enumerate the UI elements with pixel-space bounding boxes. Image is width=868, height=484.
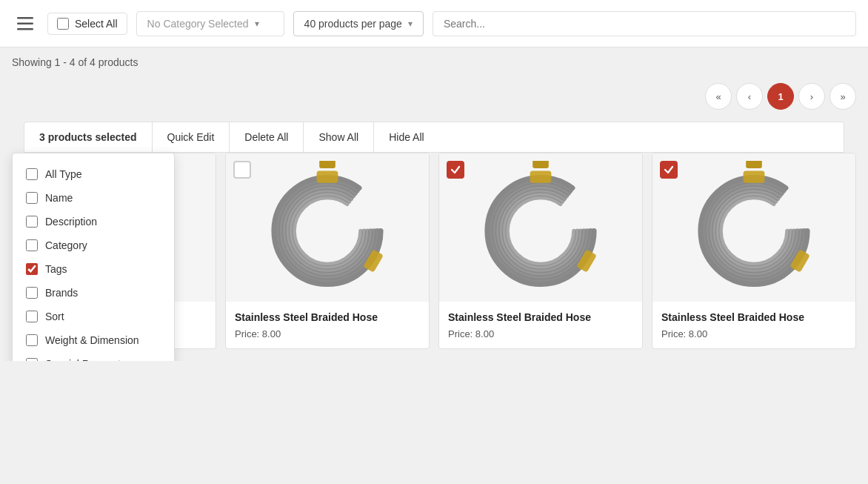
svg-point-27 bbox=[501, 191, 581, 271]
show-all-button[interactable]: Show All bbox=[304, 122, 374, 152]
selection-bar: 3 products selected Quick Edit Delete Al… bbox=[24, 122, 844, 153]
per-page-dropdown[interactable]: 40 products per page ▾ bbox=[293, 11, 424, 36]
product-card: Stainless Steel Braided Hose Price: 8.00 bbox=[652, 153, 856, 349]
menu-icon[interactable] bbox=[12, 10, 39, 37]
pagination-next[interactable]: › bbox=[798, 83, 825, 110]
category-dropdown[interactable]: No Category Selected ▾ bbox=[136, 11, 284, 36]
svg-point-37 bbox=[714, 191, 794, 271]
dropdown-checkbox-brands[interactable] bbox=[26, 287, 38, 299]
svg-rect-21 bbox=[319, 161, 335, 168]
pagination-prev[interactable]: ‹ bbox=[736, 83, 763, 110]
product-checkbox-selected[interactable] bbox=[447, 161, 464, 179]
dropdown-item-label-sort: Sort bbox=[45, 311, 64, 322]
product-info: Stainless Steel Braided Hose Price: 8.00 bbox=[226, 302, 429, 348]
toolbar: Select All No Category Selected ▾ 40 pro… bbox=[0, 0, 868, 47]
per-page-label: 40 products per page bbox=[304, 18, 402, 30]
product-price: Price: 8.00 bbox=[448, 328, 633, 339]
pagination-first[interactable]: « bbox=[705, 83, 732, 110]
dropdown-checkbox-weight-dimension[interactable] bbox=[26, 334, 38, 346]
dropdown-checkbox-name[interactable] bbox=[26, 192, 38, 204]
dropdown-item-description[interactable]: Description bbox=[13, 210, 174, 233]
dropdown-checkbox-special-request[interactable] bbox=[26, 358, 38, 361]
selection-bar-container: 3 products selected Quick Edit Delete Al… bbox=[0, 122, 868, 153]
showing-text: Showing 1 - 4 of 4 products bbox=[0, 47, 868, 77]
svg-point-16 bbox=[284, 188, 371, 274]
chevron-down-icon: ▾ bbox=[255, 19, 259, 29]
dropdown-item-special-request[interactable]: Special Request bbox=[13, 352, 174, 361]
product-info: Stainless Steel Braided Hose Price: 8.00 bbox=[439, 302, 642, 348]
dropdown-item-label-category: Category bbox=[45, 239, 87, 251]
product-price: Price: 8.00 bbox=[661, 328, 847, 339]
grid-container: Stainless Steel Braided Hose Price: 8.00… bbox=[12, 153, 856, 349]
product-price: Price: 8.00 bbox=[235, 328, 420, 339]
dropdown-item-label-brands: Brands bbox=[45, 287, 78, 299]
dropdown-item-tags[interactable]: Tags bbox=[13, 257, 174, 281]
delete-all-button[interactable]: Delete All bbox=[230, 122, 304, 152]
dropdown-item-category[interactable]: Category bbox=[13, 233, 174, 257]
product-image bbox=[439, 153, 642, 302]
svg-point-18 bbox=[291, 194, 364, 268]
dropdown-item-brands[interactable]: Brands bbox=[13, 281, 174, 305]
dropdown-item-label-all-type: All Type bbox=[45, 168, 82, 180]
dropdown-item-label-name: Name bbox=[45, 192, 73, 204]
dropdown-item-label-tags: Tags bbox=[45, 263, 67, 275]
chevron-down-icon: ▾ bbox=[408, 19, 413, 29]
dropdown-item-label-weight-dimension: Weight & Dimension bbox=[45, 334, 139, 346]
hide-all-button[interactable]: Hide All bbox=[374, 122, 438, 152]
category-placeholder: No Category Selected bbox=[147, 18, 249, 30]
dropdown-checkbox-category[interactable] bbox=[26, 239, 38, 251]
dropdown-item-name[interactable]: Name bbox=[13, 186, 174, 210]
svg-point-19 bbox=[294, 198, 361, 265]
product-card: Stainless Steel Braided Hose Price: 8.00 bbox=[438, 153, 643, 349]
product-title: Stainless Steel Braided Hose bbox=[235, 311, 420, 324]
product-title: Stainless Steel Braided Hose bbox=[448, 311, 633, 324]
quick-edit-button[interactable]: Quick Edit bbox=[153, 122, 230, 152]
quick-edit-dropdown: All Type Name Description Category Tags … bbox=[12, 153, 175, 361]
svg-point-17 bbox=[287, 191, 367, 271]
selection-actions: Quick Edit Delete All Show All Hide All bbox=[153, 122, 439, 152]
svg-point-36 bbox=[711, 188, 798, 274]
dropdown-checkbox-description[interactable] bbox=[26, 216, 38, 228]
product-checkbox-unselected[interactable] bbox=[233, 161, 251, 179]
dropdown-checkbox-all-type[interactable] bbox=[26, 168, 38, 180]
select-all-label: Select All bbox=[75, 18, 118, 30]
product-image bbox=[226, 153, 429, 302]
dropdown-item-weight-dimension[interactable]: Weight & Dimension bbox=[13, 328, 174, 352]
svg-point-39 bbox=[721, 198, 787, 265]
dropdown-checkbox-tags[interactable] bbox=[26, 263, 38, 275]
svg-rect-31 bbox=[533, 161, 549, 168]
svg-rect-30 bbox=[530, 171, 552, 183]
svg-point-29 bbox=[507, 198, 574, 265]
dropdown-checkbox-sort[interactable] bbox=[26, 311, 38, 322]
svg-point-28 bbox=[504, 194, 578, 268]
product-image bbox=[652, 153, 855, 302]
select-all-checkbox[interactable] bbox=[57, 18, 69, 30]
pagination: « ‹ 1 › » bbox=[0, 77, 868, 122]
products-grid-area: Stainless Steel Braided Hose Price: 8.00… bbox=[0, 153, 868, 361]
svg-point-26 bbox=[498, 188, 584, 274]
pagination-current[interactable]: 1 bbox=[767, 83, 794, 110]
svg-rect-40 bbox=[744, 171, 765, 183]
product-card: Stainless Steel Braided Hose Price: 8.00 bbox=[225, 153, 430, 349]
dropdown-item-label-description: Description bbox=[45, 216, 97, 228]
svg-rect-1 bbox=[17, 22, 33, 24]
dropdown-item-label-special-request: Special Request bbox=[45, 358, 121, 361]
product-checkbox-selected[interactable] bbox=[660, 161, 678, 179]
product-title: Stainless Steel Braided Hose bbox=[661, 311, 847, 324]
dropdown-item-all-type[interactable]: All Type bbox=[13, 162, 174, 186]
search-input[interactable] bbox=[433, 11, 856, 36]
svg-rect-41 bbox=[746, 161, 762, 168]
product-info: Stainless Steel Braided Hose Price: 8.00 bbox=[652, 302, 855, 348]
dropdown-item-sort[interactable]: Sort bbox=[13, 305, 174, 328]
pagination-last[interactable]: » bbox=[829, 83, 856, 110]
svg-rect-2 bbox=[17, 28, 33, 30]
svg-rect-20 bbox=[317, 171, 338, 183]
svg-rect-0 bbox=[17, 17, 33, 19]
selection-count: 3 products selected bbox=[24, 122, 153, 152]
select-all-wrapper[interactable]: Select All bbox=[47, 13, 127, 35]
svg-point-38 bbox=[718, 194, 791, 268]
